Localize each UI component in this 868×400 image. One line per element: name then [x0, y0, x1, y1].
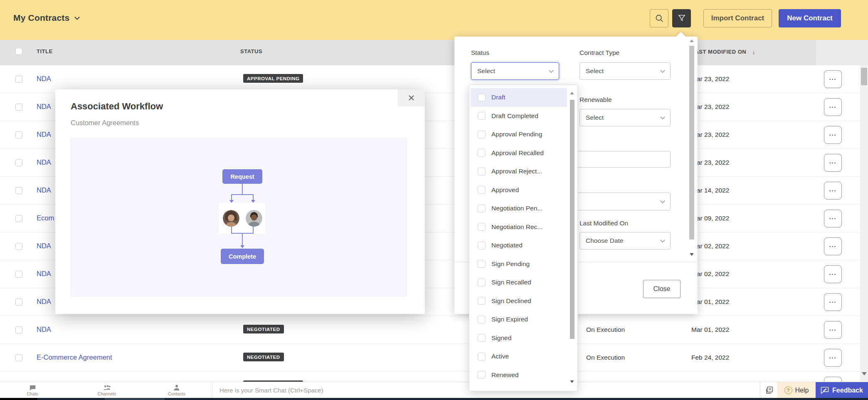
status-filter-select[interactable]: Select	[471, 62, 559, 80]
status-option[interactable]: Negotiated	[469, 236, 577, 255]
row-actions-button[interactable]: ...	[824, 321, 842, 339]
row-checkbox[interactable]	[15, 243, 22, 250]
status-option[interactable]: Draft Completed	[469, 107, 577, 126]
row-checkbox[interactable]	[15, 104, 22, 111]
contacts-button[interactable]: Contacts	[163, 382, 190, 398]
select-all-checkbox[interactable]	[15, 48, 22, 55]
status-option[interactable]: Negotiation Pen...	[469, 199, 577, 218]
row-actions-button[interactable]: ...	[824, 154, 842, 172]
row-checkbox[interactable]	[15, 159, 22, 166]
scroll-down-arrow-icon[interactable]	[570, 380, 574, 383]
contract-title-link[interactable]: NDA	[37, 103, 51, 111]
scroll-down-arrow-icon[interactable]	[690, 253, 694, 256]
channels-button[interactable]: Channels	[92, 382, 121, 398]
search-button[interactable]	[650, 9, 668, 27]
option-label: Sign Pending	[491, 260, 530, 268]
status-option[interactable]: Sign Declined	[469, 292, 577, 311]
option-checkbox[interactable]	[478, 149, 486, 157]
scroll-up-arrow-icon[interactable]	[570, 92, 574, 94]
option-checkbox[interactable]	[478, 168, 486, 175]
option-checkbox[interactable]	[478, 334, 486, 342]
contract-type-filter-select[interactable]: Select	[579, 62, 671, 80]
contract-title-link[interactable]: NDA	[37, 270, 51, 278]
filter-close-button[interactable]: Close	[643, 280, 681, 298]
contract-title-link[interactable]: NDA	[37, 75, 51, 83]
status-option[interactable]: Draft	[471, 88, 567, 107]
contract-title-link[interactable]: NDA	[37, 242, 51, 250]
row-actions-button[interactable]: ...	[824, 237, 842, 255]
contract-title-link[interactable]: NDA	[37, 186, 51, 194]
option-checkbox[interactable]	[478, 186, 486, 194]
option-checkbox[interactable]	[478, 131, 486, 138]
row-actions-button[interactable]: ...	[824, 126, 842, 144]
status-option[interactable]: Sign Pending	[469, 255, 577, 274]
help-button[interactable]: ? Help	[777, 382, 816, 398]
contract-title-link[interactable]: NDA	[37, 298, 51, 306]
last-modified-date-select[interactable]: Choose Date	[579, 232, 671, 249]
status-option[interactable]: Approval Pending	[469, 125, 577, 144]
contract-title-link[interactable]: E-Commerce Agreement	[37, 353, 112, 361]
option-checkbox[interactable]	[478, 353, 486, 360]
row-checkbox[interactable]	[15, 299, 22, 306]
sort-descending-icon[interactable]: ↓	[752, 48, 755, 55]
option-checkbox[interactable]	[478, 260, 486, 268]
row-checkbox[interactable]	[15, 187, 22, 194]
row-checkbox[interactable]	[15, 326, 22, 333]
filter-scrollbar-thumb[interactable]	[689, 46, 694, 240]
row-checkbox[interactable]	[15, 271, 22, 278]
status-option[interactable]: Approved	[469, 181, 577, 200]
page-scrollbar-thumb[interactable]	[861, 68, 867, 85]
workflow-connector	[242, 184, 243, 195]
option-checkbox[interactable]	[478, 316, 486, 323]
column-header-last-modified[interactable]: LAST MODIFIED ON ↓	[691, 48, 755, 55]
status-option[interactable]: Sign Recalled	[469, 273, 577, 292]
status-option[interactable]: Approval Recalled	[469, 144, 577, 163]
option-checkbox[interactable]	[478, 223, 486, 231]
renewable-filter-select[interactable]: Select	[579, 109, 671, 126]
filter-panel-scrollbar[interactable]	[689, 38, 695, 260]
option-checkbox[interactable]	[478, 297, 486, 305]
row-actions-button[interactable]: ...	[824, 349, 842, 367]
row-checkbox[interactable]	[15, 131, 22, 138]
status-option[interactable]: Signed	[469, 329, 577, 348]
new-contract-button[interactable]: New Contract	[779, 9, 841, 27]
feedback-button[interactable]: Feedback	[816, 382, 868, 398]
page-scrollbar[interactable]	[860, 65, 868, 382]
row-checkbox[interactable]	[15, 215, 22, 222]
contract-title-link[interactable]: NDA	[37, 131, 51, 138]
status-option[interactable]: Active	[469, 347, 577, 366]
contract-title-link[interactable]: NDA	[37, 158, 51, 166]
arrow-down-icon	[229, 200, 234, 203]
row-actions-button[interactable]: ...	[824, 265, 842, 283]
option-checkbox[interactable]	[478, 279, 486, 286]
row-actions-button[interactable]: ...	[824, 210, 842, 227]
contract-title-link[interactable]: NDA	[37, 326, 51, 333]
option-checkbox[interactable]	[478, 112, 486, 120]
view-switcher[interactable]: My Contracts	[13, 13, 79, 23]
option-checkbox[interactable]	[478, 371, 486, 379]
status-option[interactable]: Renewed	[469, 366, 577, 385]
row-actions-button[interactable]: ...	[824, 70, 842, 88]
modal-close-button[interactable]: ✕	[398, 89, 425, 106]
contract-title-link[interactable]: Ecom	[37, 214, 54, 222]
status-option[interactable]: Sign Expired	[469, 310, 577, 329]
question-mark-icon: ?	[784, 386, 792, 394]
status-option[interactable]: Negotiation Rec...	[469, 218, 577, 237]
filter-button[interactable]	[672, 9, 691, 27]
row-actions-button[interactable]: ...	[824, 182, 842, 200]
dropdown-scrollbar[interactable]	[570, 88, 575, 388]
dropdown-scrollbar-thumb[interactable]	[570, 100, 575, 339]
option-checkbox[interactable]	[478, 242, 486, 249]
row-actions-button[interactable]: ...	[824, 293, 842, 311]
option-checkbox[interactable]	[478, 205, 486, 212]
copy-board-button[interactable]	[761, 382, 777, 398]
scroll-down-arrow-icon[interactable]	[862, 372, 867, 375]
row-checkbox[interactable]	[15, 76, 22, 83]
scroll-up-arrow-icon[interactable]	[690, 40, 694, 42]
row-checkbox[interactable]	[15, 354, 22, 361]
import-contract-button[interactable]: Import Contract	[703, 9, 772, 27]
option-checkbox[interactable]	[478, 94, 486, 101]
row-actions-button[interactable]: ...	[824, 98, 842, 116]
chats-button[interactable]: Chats	[20, 382, 45, 398]
status-option[interactable]: Approval Reject...	[469, 162, 577, 181]
